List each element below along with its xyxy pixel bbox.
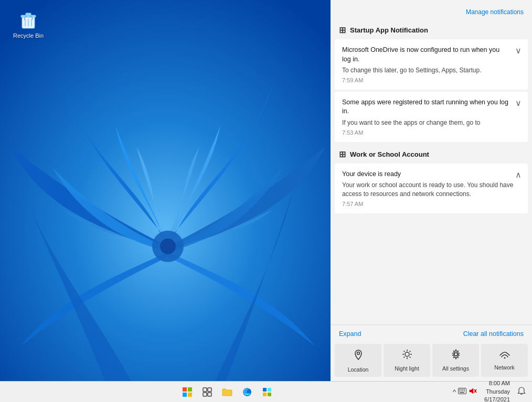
tray-icons: ^	[451, 387, 479, 396]
startup-group-title: Startup App Notification	[350, 26, 428, 34]
taskbar: ^	[0, 381, 532, 402]
svg-rect-39	[460, 392, 464, 393]
svg-rect-20	[183, 393, 187, 397]
svg-rect-24	[203, 393, 207, 396]
taskbar-right: ^	[451, 379, 532, 402]
notification-group-work: ⊞ Work or School Account Your device is …	[331, 144, 532, 215]
svg-rect-28	[263, 393, 267, 396]
location-label: Location	[348, 366, 369, 373]
all-settings-icon	[451, 349, 461, 362]
group-header-work: ⊞ Work or School Account	[331, 144, 532, 164]
notification-chevron-startup-apps[interactable]: ∨	[515, 98, 522, 108]
svg-rect-19	[188, 387, 192, 392]
work-group-icon: ⊞	[339, 149, 346, 159]
notification-chevron-device-ready[interactable]: ∧	[515, 170, 522, 180]
notification-title-onedrive: Microsoft OneDrive is now configured to …	[342, 46, 520, 64]
all-settings-label: All settings	[442, 365, 469, 372]
svg-rect-32	[461, 389, 462, 390]
svg-point-7	[405, 352, 409, 356]
network-label: Network	[494, 364, 515, 371]
svg-point-2	[160, 238, 176, 254]
notification-time-startup-apps: 7:53 AM	[342, 129, 520, 136]
quick-actions: Location Night light	[331, 342, 532, 381]
svg-point-17	[504, 357, 505, 359]
network-icon	[499, 349, 510, 361]
night-light-label: Night light	[395, 365, 419, 372]
quick-action-night-light[interactable]: Night light	[384, 344, 430, 377]
svg-rect-38	[464, 390, 465, 392]
notification-chevron-onedrive[interactable]: ∨	[515, 46, 522, 56]
keyboard-icon[interactable]	[458, 388, 466, 396]
svg-rect-36	[461, 390, 462, 392]
svg-rect-23	[208, 388, 211, 392]
notification-item-onedrive[interactable]: Microsoft OneDrive is now configured to …	[335, 39, 528, 90]
notification-title-startup-apps: Some apps were registered to start runni…	[342, 98, 520, 116]
svg-rect-27	[268, 388, 271, 392]
svg-line-15	[403, 357, 405, 358]
notification-body-startup-apps: If you want to see the apps or change th…	[342, 118, 520, 127]
start-button[interactable]	[178, 383, 197, 401]
manage-notifications-link[interactable]: Manage notifications	[331, 0, 532, 20]
notification-footer: Expand Clear all notifications Location	[331, 324, 532, 381]
quick-action-network[interactable]: Network	[481, 344, 528, 377]
notification-body-device-ready: Your work or school account is ready to …	[342, 181, 520, 199]
svg-rect-22	[203, 388, 207, 392]
notification-body-onedrive: To change this later, go to Settings, Ap…	[342, 66, 520, 75]
clear-all-button[interactable]: Clear all notifications	[463, 330, 524, 338]
night-light-icon	[402, 349, 412, 362]
notification-time-onedrive: 7:59 AM	[342, 77, 520, 83]
svg-rect-26	[263, 388, 267, 392]
notification-group-startup: ⊞ Startup App Notification Microsoft One…	[331, 20, 532, 144]
svg-line-13	[409, 357, 410, 358]
svg-line-12	[403, 351, 405, 352]
svg-point-6	[357, 352, 359, 355]
svg-rect-21	[188, 393, 192, 397]
notification-panel: Manage notifications ⊞ Startup App Notif…	[331, 0, 532, 381]
footer-actions: Expand Clear all notifications	[331, 325, 532, 342]
edge-button[interactable]	[238, 383, 257, 401]
clock-day: Thursday	[484, 388, 510, 396]
svg-point-16	[454, 353, 457, 356]
notification-time-device-ready: 7:57 AM	[342, 201, 520, 207]
svg-rect-18	[183, 387, 187, 392]
svg-line-14	[409, 351, 410, 352]
clock[interactable]: 8:00 AM Thursday 6/17/2021	[481, 379, 513, 402]
notification-item-device-ready[interactable]: Your device is ready Your work or school…	[335, 164, 528, 213]
startup-group-icon: ⊞	[339, 25, 346, 35]
volume-muted-icon[interactable]	[469, 387, 477, 396]
location-icon	[353, 349, 364, 363]
chevron-up-icon[interactable]: ^	[453, 388, 456, 396]
notification-item-startup-apps[interactable]: Some apps were registered to start runni…	[335, 92, 528, 142]
clock-time: 8:00 AM	[484, 379, 510, 387]
recycle-bin-icon	[18, 9, 39, 30]
svg-rect-25	[208, 393, 211, 396]
svg-rect-4	[21, 15, 36, 17]
recycle-bin-label: Recycle Bin	[13, 32, 44, 39]
notification-bell[interactable]	[515, 387, 528, 397]
taskbar-left	[0, 383, 451, 401]
recycle-bin[interactable]: Recycle Bin	[9, 9, 47, 39]
svg-rect-37	[462, 390, 463, 392]
task-view-button[interactable]	[198, 383, 217, 401]
svg-rect-31	[459, 389, 460, 390]
work-group-title: Work or School Account	[350, 150, 429, 158]
clock-date: 6/17/2021	[484, 396, 510, 402]
group-header-startup: ⊞ Startup App Notification	[331, 20, 532, 39]
expand-button[interactable]: Expand	[339, 330, 361, 338]
file-explorer-button[interactable]	[218, 383, 237, 401]
svg-rect-29	[268, 393, 271, 396]
svg-rect-33	[462, 389, 463, 390]
svg-rect-35	[459, 390, 460, 392]
svg-rect-5	[26, 13, 31, 15]
svg-rect-34	[464, 389, 465, 390]
desktop: Recycle Bin	[0, 0, 331, 381]
quick-action-all-settings[interactable]: All settings	[432, 344, 479, 377]
quick-action-location[interactable]: Location	[335, 344, 381, 377]
store-button[interactable]	[258, 383, 276, 401]
notification-title-device-ready: Your device is ready	[342, 170, 520, 179]
